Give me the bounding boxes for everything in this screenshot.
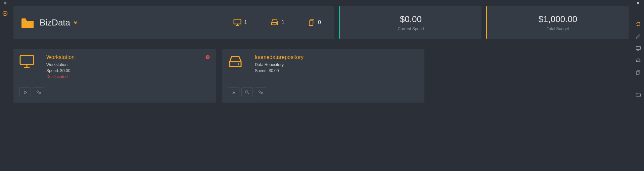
svg-rect-9: [208, 56, 209, 58]
search-button[interactable]: [241, 87, 253, 97]
right-rail: [632, 0, 644, 171]
download-button[interactable]: [228, 87, 239, 97]
card-title: Workstation: [46, 54, 210, 60]
expand-left-icon[interactable]: [3, 1, 7, 5]
card-spend: Spend: $0.00: [46, 68, 210, 74]
status-indicator-icon: [205, 55, 210, 59]
stat-other: 0: [308, 19, 321, 26]
stat-value: 1: [281, 19, 284, 25]
metric-value: $0.00: [400, 14, 422, 24]
monitor-icon[interactable]: [632, 42, 644, 54]
stat-value: 0: [318, 19, 321, 25]
repository-card[interactable]: loomedatarepository Data Repository Spen…: [222, 49, 424, 103]
svg-rect-4: [234, 19, 241, 24]
metric-value: $1,000.00: [539, 14, 578, 24]
svg-point-15: [259, 91, 260, 92]
svg-point-5: [276, 23, 277, 24]
card-type: Data Repository: [255, 62, 418, 68]
folder-icon: [21, 16, 34, 28]
svg-point-16: [261, 92, 262, 94]
play-button[interactable]: [19, 87, 31, 97]
svg-point-13: [238, 63, 239, 65]
resource-cards: Workstation Workstation Spend: $0.00 Dea…: [13, 49, 629, 103]
main-content: BizData 1 1 0: [10, 0, 632, 106]
drive-icon: [271, 19, 279, 26]
svg-rect-3: [637, 71, 639, 74]
summary-row: BizData 1 1 0: [13, 6, 629, 39]
workstation-card[interactable]: Workstation Workstation Spend: $0.00 Dea…: [13, 49, 216, 103]
monitor-icon: [233, 19, 241, 26]
project-title: BizData: [40, 17, 70, 28]
stat-workstations: 1: [233, 19, 247, 26]
svg-rect-8: [207, 56, 208, 58]
collapse-right-icon[interactable]: [637, 1, 640, 5]
project-panel: BizData 1 1 0: [13, 6, 334, 39]
documents-icon: [308, 19, 315, 26]
metric-label: Current Spend: [398, 26, 424, 31]
left-rail: [0, 0, 10, 171]
documents-icon[interactable]: [632, 66, 644, 78]
metric-label: Total Budget: [547, 26, 569, 31]
storage-icon[interactable]: [632, 54, 644, 66]
svg-rect-6: [309, 21, 313, 25]
current-spend-panel: $0.00 Current Spend: [339, 6, 481, 39]
monitor-icon: [19, 54, 37, 79]
svg-point-12: [39, 92, 40, 94]
edit-icon[interactable]: [632, 30, 644, 42]
stat-value: 1: [244, 19, 247, 25]
card-spend: Spend: $0.00: [255, 68, 418, 74]
svg-point-11: [37, 91, 38, 92]
folder-tool-icon[interactable]: [632, 89, 644, 101]
expand-project-icon[interactable]: [74, 20, 78, 24]
settings-button[interactable]: [255, 87, 266, 97]
refresh-icon[interactable]: [632, 18, 644, 30]
svg-point-2: [639, 61, 640, 61]
card-type: Workstation: [46, 62, 210, 68]
drive-icon: [228, 54, 245, 74]
add-button[interactable]: [2, 11, 8, 16]
stat-storage: 1: [271, 19, 284, 26]
svg-point-14: [246, 91, 248, 93]
svg-point-7: [206, 55, 210, 59]
card-title: loomedatarepository: [255, 54, 418, 60]
svg-rect-10: [20, 56, 34, 64]
settings-button[interactable]: [33, 87, 44, 97]
svg-rect-1: [636, 47, 640, 50]
card-status: Deallocated: [46, 74, 210, 79]
total-budget-panel: $1,000.00 Total Budget: [486, 6, 629, 39]
